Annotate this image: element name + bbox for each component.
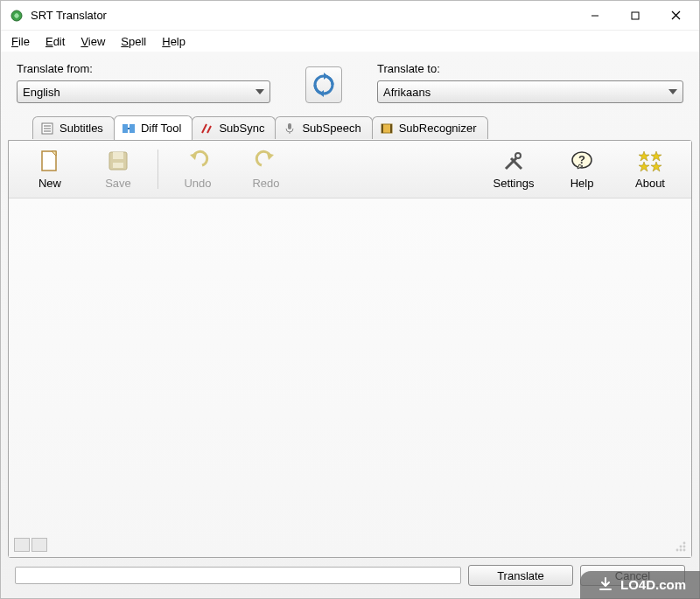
tool-label: Undo	[184, 177, 211, 190]
svg-marker-32	[651, 151, 662, 161]
svg-marker-33	[639, 162, 649, 171]
tool-label: Help	[570, 177, 594, 190]
tools-icon	[501, 149, 526, 173]
app-window: SRT Translator File Edit View Spell Help…	[0, 0, 700, 599]
redo-button[interactable]: Redo	[232, 144, 300, 194]
svg-point-36	[680, 546, 682, 548]
new-file-icon	[38, 149, 62, 173]
tab-label: Subtitles	[60, 122, 103, 135]
about-button[interactable]: About	[616, 144, 684, 194]
svg-point-35	[683, 542, 686, 545]
svg-point-40	[683, 549, 686, 552]
tab-strip: Subtitles Diff Tool SubSync SubSpeech Su…	[8, 115, 692, 140]
watermark: LO4D.com	[580, 571, 700, 599]
svg-rect-18	[390, 124, 392, 133]
svg-marker-31	[639, 151, 649, 161]
undo-icon	[186, 149, 210, 173]
help-button[interactable]: ? Help	[548, 144, 616, 194]
chevron-down-icon	[668, 89, 677, 94]
resize-grip-icon[interactable]	[672, 538, 688, 554]
lang-to-group: Translate to: Afrikaans	[377, 62, 683, 103]
tab-subrecognizer[interactable]: SubRecognizer	[372, 116, 488, 139]
tool-label: Settings	[494, 177, 535, 190]
tab-diff-tool[interactable]: Diff Tool	[114, 115, 193, 140]
toolbar-separator	[158, 150, 158, 189]
client-area: Translate from: English Translate to: Af…	[1, 52, 699, 598]
svg-text:?: ?	[578, 153, 585, 166]
lang-from-value: English	[23, 86, 60, 99]
new-button[interactable]: New	[16, 144, 84, 194]
tool-label: Save	[105, 177, 131, 190]
watermark-text: LO4D.com	[620, 577, 686, 592]
tab-label: SubRecognizer	[399, 122, 477, 135]
download-icon	[598, 576, 613, 592]
svg-rect-2	[632, 12, 639, 19]
svg-rect-22	[113, 152, 123, 159]
maximize-button[interactable]	[615, 3, 655, 29]
tool-label: Redo	[252, 177, 279, 190]
svg-marker-6	[319, 90, 324, 97]
svg-point-39	[680, 549, 682, 552]
toolbar: New Save Undo Redo Setting	[9, 141, 691, 199]
menu-file[interactable]: File	[4, 33, 37, 50]
mic-icon	[283, 122, 297, 136]
tab-label: Diff Tool	[141, 122, 182, 135]
film-icon	[380, 122, 394, 136]
progress-bar	[15, 567, 461, 584]
menu-spell[interactable]: Spell	[114, 33, 153, 50]
pane-indicators	[14, 538, 47, 552]
stars-icon	[638, 149, 662, 173]
svg-point-37	[683, 546, 686, 548]
swap-languages-button[interactable]	[305, 66, 342, 103]
svg-rect-17	[382, 124, 383, 133]
tab-panel: New Save Undo Redo Setting	[8, 140, 692, 558]
titlebar: SRT Translator	[1, 1, 699, 31]
settings-button[interactable]: Settings	[480, 144, 548, 194]
svg-marker-34	[651, 162, 662, 171]
redo-icon	[254, 149, 278, 173]
translate-button[interactable]: Translate	[468, 565, 573, 586]
sync-icon	[200, 122, 214, 136]
lang-from-label: Translate from:	[17, 62, 270, 75]
diff-icon	[122, 122, 136, 136]
close-button[interactable]	[655, 3, 696, 29]
list-icon	[40, 122, 54, 136]
tab-subtitles[interactable]: Subtitles	[32, 116, 115, 139]
tool-label: New	[38, 177, 61, 190]
svg-point-28	[515, 153, 521, 158]
menu-help[interactable]: Help	[155, 33, 192, 50]
lang-from-group: Translate from: English	[17, 62, 270, 103]
tab-subspeech[interactable]: SubSpeech	[275, 116, 372, 139]
diff-content-area	[9, 199, 691, 557]
lang-to-label: Translate to:	[377, 62, 683, 75]
svg-rect-12	[130, 124, 135, 133]
menu-view[interactable]: View	[74, 33, 112, 50]
minimize-button[interactable]	[575, 3, 615, 29]
lang-to-value: Afrikaans	[383, 86, 430, 99]
tab-label: SubSpeech	[302, 122, 360, 135]
svg-rect-11	[122, 124, 128, 133]
svg-marker-24	[190, 153, 197, 160]
language-row: Translate from: English Translate to: Af…	[8, 59, 692, 112]
app-icon	[10, 9, 24, 23]
lang-to-select[interactable]: Afrikaans	[377, 80, 683, 103]
menu-edit[interactable]: Edit	[38, 33, 72, 50]
svg-point-38	[676, 549, 679, 552]
chevron-down-icon	[256, 89, 264, 94]
tab-label: SubSync	[219, 122, 264, 135]
menubar: File Edit View Spell Help	[1, 31, 699, 52]
save-icon	[106, 149, 130, 173]
pane-indicator[interactable]	[32, 538, 47, 552]
svg-rect-14	[288, 123, 291, 129]
help-icon: ?	[570, 149, 594, 173]
tab-subsync[interactable]: SubSync	[192, 116, 276, 139]
window-title: SRT Translator	[31, 9, 107, 22]
tool-label: About	[635, 177, 665, 190]
undo-button[interactable]: Undo	[164, 144, 232, 194]
save-button[interactable]: Save	[84, 144, 152, 194]
pane-indicator[interactable]	[14, 538, 30, 552]
lang-from-select[interactable]: English	[17, 80, 270, 103]
svg-marker-25	[267, 153, 274, 160]
svg-rect-23	[113, 163, 123, 168]
